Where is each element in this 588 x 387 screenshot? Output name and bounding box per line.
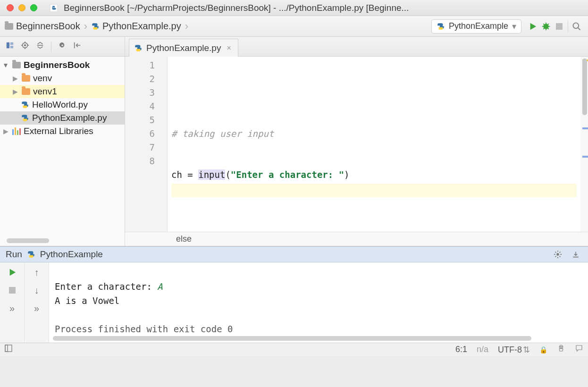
more-button[interactable]: » bbox=[6, 302, 18, 314]
tree-pyexample[interactable]: PythonExample.py bbox=[0, 111, 125, 125]
encoding[interactable]: UTF-8⇅ bbox=[498, 345, 530, 355]
project-view-icon[interactable] bbox=[6, 41, 14, 52]
rerun-button[interactable] bbox=[6, 266, 18, 278]
info-marker[interactable] bbox=[582, 127, 588, 129]
minimize-window-button[interactable] bbox=[18, 4, 25, 11]
code-string: "Enter a character: " bbox=[231, 169, 344, 180]
folder-icon bbox=[22, 88, 30, 95]
tree-venv[interactable]: ▶ venv bbox=[0, 72, 125, 85]
titlebar: BeginnersBook [~/PycharmProjects/Beginne… bbox=[0, 0, 588, 16]
sub-toolbar: PythonExample.py × bbox=[0, 37, 588, 57]
svg-point-19 bbox=[25, 45, 26, 46]
debug-button[interactable] bbox=[539, 20, 553, 33]
run-config-selector[interactable]: PythonExample ▾ bbox=[431, 19, 521, 34]
svg-rect-37 bbox=[5, 345, 12, 352]
maximize-window-button[interactable] bbox=[30, 4, 37, 11]
expand-icon[interactable]: ▼ bbox=[2, 61, 9, 69]
sidebar-scrollbar[interactable] bbox=[7, 238, 49, 243]
console-output[interactable]: Enter a character: A A is a Vowel Proces… bbox=[49, 262, 588, 343]
editor: 1 2 3 4 5 6 7 8 # taking user input ch =… bbox=[125, 57, 588, 246]
tree-root[interactable]: ▼ BeginnersBook bbox=[0, 59, 125, 72]
locate-icon[interactable] bbox=[21, 41, 29, 52]
lock-icon[interactable]: 🔒 bbox=[539, 346, 547, 353]
run-settings-icon[interactable] bbox=[551, 248, 564, 261]
folder-icon bbox=[22, 75, 30, 82]
breadcrumb-root-label: BeginnersBook bbox=[16, 21, 80, 32]
code-area[interactable]: # taking user input ch = input("Enter a … bbox=[168, 57, 580, 232]
python-file-icon bbox=[437, 22, 445, 31]
vertical-scrollbar[interactable] bbox=[582, 59, 587, 115]
breadcrumb-file[interactable]: PythonExample.py bbox=[91, 21, 181, 32]
tool-window-icon[interactable] bbox=[5, 345, 12, 354]
tree-hello-label: HelloWorld.py bbox=[32, 100, 88, 110]
svg-line-14 bbox=[578, 27, 580, 30]
tab-python-example[interactable]: PythonExample.py × bbox=[129, 39, 238, 57]
status-bar: 6:1 n/a UTF-8⇅ 🔒 bbox=[0, 343, 588, 356]
svg-rect-15 bbox=[7, 42, 9, 49]
code-comment: # taking user input bbox=[171, 128, 274, 139]
hide-icon[interactable] bbox=[73, 41, 82, 52]
svg-rect-12 bbox=[556, 23, 563, 30]
settings-icon[interactable] bbox=[58, 41, 67, 52]
chevron-down-icon: ▾ bbox=[512, 21, 516, 32]
run-config-name: PythonExample bbox=[449, 21, 508, 31]
tab-label: PythonExample.py bbox=[146, 43, 221, 53]
app-icon bbox=[50, 4, 58, 12]
python-file-icon bbox=[91, 22, 100, 31]
close-window-button[interactable] bbox=[7, 4, 14, 11]
python-file-icon bbox=[27, 250, 35, 259]
editor-body[interactable]: 1 2 3 4 5 6 7 8 # taking user input ch =… bbox=[125, 57, 588, 232]
editor-breadcrumb[interactable]: else bbox=[125, 232, 588, 246]
svg-line-32 bbox=[560, 256, 561, 257]
collapse-all-icon[interactable] bbox=[36, 41, 44, 52]
close-tab-icon[interactable]: × bbox=[225, 44, 231, 52]
run-panel-header[interactable]: Run PythonExample bbox=[0, 246, 588, 262]
console-exit-line: Process finished with exit code 0 bbox=[55, 324, 233, 334]
line-number: 4 bbox=[125, 100, 155, 113]
info-marker[interactable] bbox=[582, 156, 588, 158]
notifications-icon[interactable] bbox=[575, 344, 583, 355]
svg-point-13 bbox=[573, 23, 579, 28]
stop-button[interactable] bbox=[553, 20, 566, 33]
inspector-icon[interactable] bbox=[557, 344, 565, 355]
svg-line-34 bbox=[555, 256, 556, 257]
line-sep[interactable]: n/a bbox=[477, 345, 488, 354]
project-sidebar: ▼ BeginnersBook ▶ venv ▶ venv1 HelloWorl… bbox=[0, 57, 125, 246]
svg-line-10 bbox=[547, 24, 549, 25]
tree-hello[interactable]: HelloWorld.py bbox=[0, 98, 125, 111]
down-button[interactable]: ↓ bbox=[31, 284, 43, 296]
svg-rect-17 bbox=[10, 46, 13, 48]
stop-button[interactable] bbox=[6, 284, 18, 296]
caret-position[interactable]: 6:1 bbox=[455, 345, 467, 354]
svg-rect-36 bbox=[9, 287, 16, 294]
expand-icon[interactable]: ▶ bbox=[11, 88, 19, 95]
editor-breadcrumb-label: else bbox=[176, 234, 192, 244]
svg-line-11 bbox=[543, 28, 545, 29]
breadcrumb-file-label: PythonExample.py bbox=[102, 21, 181, 32]
line-number: 2 bbox=[125, 72, 155, 86]
console-scrollbar[interactable] bbox=[53, 336, 531, 341]
search-button[interactable] bbox=[570, 20, 583, 33]
tree-venv-label: venv bbox=[33, 73, 52, 84]
line-number: 5 bbox=[125, 113, 155, 127]
run-controls-column: » bbox=[0, 262, 25, 343]
tree-venv1[interactable]: ▶ venv1 bbox=[0, 85, 125, 98]
tree-root-label: BeginnersBook bbox=[24, 60, 90, 70]
gutter: 1 2 3 4 5 6 7 8 bbox=[125, 57, 168, 232]
expand-icon[interactable]: ▶ bbox=[2, 127, 9, 135]
up-button[interactable]: ↑ bbox=[31, 266, 43, 278]
run-button[interactable] bbox=[526, 20, 539, 33]
main-split: ▼ BeginnersBook ▶ venv ▶ venv1 HelloWorl… bbox=[0, 57, 588, 246]
code-text: ) bbox=[344, 169, 349, 180]
breadcrumb-root[interactable]: BeginnersBook bbox=[5, 21, 80, 32]
expand-icon[interactable]: ▶ bbox=[11, 75, 19, 82]
marker-bar[interactable] bbox=[580, 57, 588, 232]
tree-ext-libs[interactable]: ▶ External Libraries bbox=[0, 125, 125, 138]
console-line: A is a Vowel bbox=[55, 295, 119, 306]
more-button[interactable]: » bbox=[31, 302, 43, 314]
chevron-right-icon: › bbox=[83, 20, 88, 33]
code-text: ( bbox=[225, 169, 230, 180]
code-fn: input bbox=[198, 169, 225, 180]
console-prompt: Enter a character: bbox=[55, 281, 157, 292]
export-icon[interactable] bbox=[569, 248, 582, 261]
